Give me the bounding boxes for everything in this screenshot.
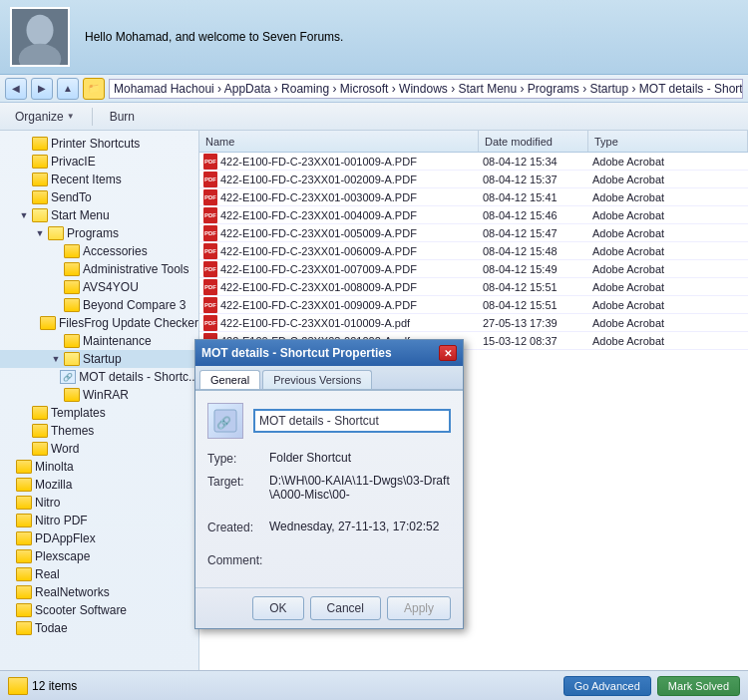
shortcut-name-input[interactable]: [253, 409, 451, 433]
dialog-body: 🔗 Type: Folder Shortcut Target: D:\WH\00…: [195, 391, 463, 587]
properties-dialog: MOT details - Shortcut Properties ✕ Gene…: [194, 339, 464, 629]
type-value: Folder Shortcut: [269, 451, 351, 465]
comment-label: Comment:: [207, 552, 269, 567]
created-field: Created: Wednesday, 27-11-13, 17:02:52: [207, 520, 451, 534]
type-label: Type:: [207, 451, 269, 466]
dialog-tabs: General Previous Versions: [195, 366, 463, 391]
type-field: Type: Folder Shortcut: [207, 451, 451, 466]
tab-general[interactable]: General: [199, 370, 260, 389]
dialog-title: MOT details - Shortcut Properties: [201, 346, 392, 360]
svg-text:🔗: 🔗: [216, 415, 231, 430]
tab-previous-versions[interactable]: Previous Versions: [262, 370, 372, 389]
dialog-icon-row: 🔗: [207, 403, 451, 439]
dialog-titlebar: MOT details - Shortcut Properties ✕: [195, 340, 463, 366]
target-value: D:\WH\00-KAIA\11-Dwgs\03-Draft\A000-Misc…: [269, 474, 451, 502]
created-value: Wednesday, 27-11-13, 17:02:52: [269, 520, 439, 533]
dialog-footer: OK Cancel Apply: [195, 587, 463, 628]
apply-button[interactable]: Apply: [387, 596, 451, 620]
dialog-close-button[interactable]: ✕: [439, 345, 457, 361]
cancel-button[interactable]: Cancel: [310, 596, 381, 620]
created-label: Created:: [207, 520, 269, 534]
target-field: Target: D:\WH\00-KAIA\11-Dwgs\03-Draft\A…: [207, 474, 451, 502]
dialog-overlay: MOT details - Shortcut Properties ✕ Gene…: [0, 0, 748, 700]
ok-button[interactable]: OK: [252, 596, 303, 620]
target-label: Target:: [207, 474, 269, 489]
comment-field: Comment:: [207, 552, 451, 567]
shortcut-icon: 🔗: [207, 403, 243, 439]
